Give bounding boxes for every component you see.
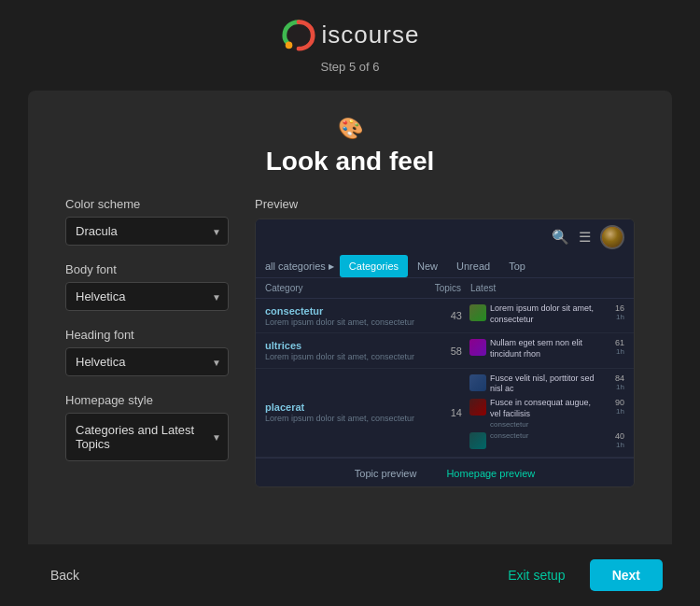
homepage-style-select-wrapper: Categories and Latest Topics ▼ — [65, 413, 229, 461]
footer-tab-homepage-preview[interactable]: Homepage preview — [441, 466, 540, 481]
color-scheme-group: Color scheme Dracula ▼ — [65, 197, 229, 246]
cat-latest-col-3: Fusce velit nisl, porttitor sed nisl ac … — [462, 373, 624, 452]
avatar — [600, 225, 624, 249]
homepage-style-group: Homepage style Categories and Latest Top… — [65, 393, 229, 461]
cat-name-3: placerat — [265, 402, 420, 413]
latest-title: Nullam eget sem non elit tincidunt rhon — [490, 338, 604, 359]
nav-tab-unread[interactable]: Unread — [447, 255, 499, 277]
nav-tab-categories[interactable]: Categories — [340, 255, 408, 277]
section-header: 🎨 Look and feel — [65, 117, 635, 176]
latest-num-col: 90 1h — [608, 398, 624, 416]
category-main-row-1: consectetur Lorem ipsum dolor sit amet, … — [256, 299, 634, 332]
cat-name-2: ultrices — [265, 340, 420, 351]
cat-latest-col-1: Lorem ipsum dolor sit amet, consectetur … — [462, 303, 624, 328]
latest-avatar — [469, 432, 486, 449]
col-category-header: Category — [265, 283, 419, 293]
preview-label: Preview — [255, 197, 635, 211]
latest-item: Nullam eget sem non elit tincidunt rhon … — [469, 338, 624, 359]
hamburger-icon[interactable]: ☰ — [579, 229, 591, 246]
latest-num-col: 16 1h — [608, 303, 624, 321]
heading-font-select[interactable]: Helvetica — [65, 347, 229, 376]
cat-desc-1: Lorem ipsum dolor sit amet, consectetur — [265, 317, 420, 327]
body-font-select[interactable]: Helvetica — [65, 282, 229, 311]
step-text: Step 5 of 6 — [321, 60, 380, 74]
search-icon[interactable]: 🔍 — [552, 229, 569, 246]
logo-area: iscourse — [281, 17, 420, 52]
heading-font-label: Heading font — [65, 328, 229, 342]
cat-name-col-1: consectetur Lorem ipsum dolor sit amet, … — [265, 305, 420, 327]
exit-setup-button[interactable]: Exit setup — [498, 560, 574, 590]
latest-count: 16 — [611, 303, 624, 313]
homepage-style-label: Homepage style — [65, 393, 229, 407]
latest-time: 1h — [611, 383, 624, 391]
cat-desc-2: Lorem ipsum dolor sit amet, consectetur — [265, 352, 420, 361]
cat-name-col-3: placerat Lorem ipsum dolor sit amet, con… — [265, 402, 420, 423]
latest-item: consectetur 40 1h — [469, 431, 624, 449]
color-scheme-label: Color scheme — [65, 197, 229, 211]
latest-num-col: 61 1h — [608, 338, 624, 356]
latest-item: Fusce velit nisl, porttitor sed nisl ac … — [469, 373, 624, 395]
nav-tab-new[interactable]: New — [408, 255, 447, 277]
content-area: Color scheme Dracula ▼ Body font Helveti… — [65, 197, 635, 487]
latest-title: Lorem ipsum dolor sit amet, consectetur — [490, 303, 604, 325]
latest-content: consectetur — [490, 431, 604, 440]
latest-count: 90 — [611, 398, 624, 407]
cat-name-col-2: ultrices Lorem ipsum dolor sit amet, con… — [265, 340, 420, 361]
latest-content: Fusce in consequat augue, vel facilisis … — [490, 398, 604, 428]
latest-content: Nullam eget sem non elit tincidunt rhon — [490, 338, 604, 359]
latest-count: 84 — [611, 373, 624, 383]
latest-item: Fusce in consequat augue, vel facilisis … — [469, 398, 624, 428]
palette-emoji: 🎨 — [65, 117, 635, 141]
nav-tab-top[interactable]: Top — [499, 255, 535, 277]
col-latest-header: Latest — [461, 283, 624, 293]
category-main-row-2: ultrices Lorem ipsum dolor sit amet, con… — [256, 333, 634, 367]
latest-avatar — [469, 374, 486, 391]
logo-text: iscourse — [322, 21, 420, 49]
latest-title: Fusce velit nisl, porttitor sed nisl ac — [490, 373, 604, 395]
body-font-group: Body font Helvetica ▼ — [65, 262, 229, 311]
table-header: Category Topics Latest — [256, 278, 634, 299]
latest-avatar — [469, 339, 486, 356]
table-row: placerat Lorem ipsum dolor sit amet, con… — [256, 369, 634, 458]
right-panel: Preview 🔍 ☰ all categories — [255, 197, 635, 487]
latest-item: Lorem ipsum dolor sit amet, consectetur … — [469, 303, 624, 325]
latest-time: 1h — [611, 313, 624, 321]
svg-point-1 — [285, 42, 292, 49]
nav-all-categories[interactable]: all categories ▶ — [259, 255, 340, 277]
table-row: consectetur Lorem ipsum dolor sit amet, … — [256, 299, 634, 333]
bottom-bar: Back Exit setup Next — [0, 544, 700, 606]
homepage-style-select[interactable]: Categories and Latest Topics — [65, 413, 229, 461]
heading-font-group: Heading font Helvetica ▼ — [65, 328, 229, 376]
cat-topics-2: 58 — [420, 345, 462, 357]
preview-nav: all categories ▶ Categories New Unread T… — [256, 255, 634, 278]
discourse-logo-icon — [281, 17, 316, 52]
latest-avatar — [469, 304, 486, 321]
back-button[interactable]: Back — [37, 560, 92, 590]
latest-time: 1h — [611, 407, 624, 416]
latest-meta: consectetur — [490, 431, 604, 440]
preview-box: 🔍 ☰ all categories ▶ Categories Ne — [255, 218, 635, 487]
page-wrapper: iscourse Step 5 of 6 🎨 Look and feel Col… — [0, 0, 700, 606]
latest-count: 40 — [611, 431, 624, 441]
left-panel: Color scheme Dracula ▼ Body font Helveti… — [65, 197, 229, 478]
cat-topics-1: 43 — [420, 310, 462, 321]
cat-topics-3: 14 — [420, 407, 462, 418]
latest-content: Fusce velit nisl, porttitor sed nisl ac — [490, 373, 604, 395]
latest-meta: consectetur — [490, 420, 604, 429]
color-scheme-select-wrapper: Dracula ▼ — [65, 217, 229, 246]
col-topics-header: Topics — [419, 283, 461, 293]
cat-name-1: consectetur — [265, 305, 420, 317]
color-scheme-select[interactable]: Dracula — [65, 217, 229, 246]
latest-time: 1h — [611, 347, 624, 356]
latest-avatar — [469, 399, 486, 416]
heading-font-select-wrapper: Helvetica ▼ — [65, 347, 229, 376]
body-font-label: Body font — [65, 262, 229, 276]
nav-chevron-icon: ▶ — [329, 262, 334, 271]
latest-count: 61 — [611, 338, 624, 347]
latest-num-col: 84 1h — [608, 373, 624, 391]
cat-desc-3: Lorem ipsum dolor sit amet, consectetur — [265, 414, 420, 423]
right-buttons: Exit setup Next — [498, 559, 663, 591]
next-button[interactable]: Next — [590, 559, 663, 591]
footer-tab-topic-preview[interactable]: Topic preview — [349, 466, 423, 481]
cat-latest-col-2: Nullam eget sem non elit tincidunt rhon … — [462, 338, 624, 362]
